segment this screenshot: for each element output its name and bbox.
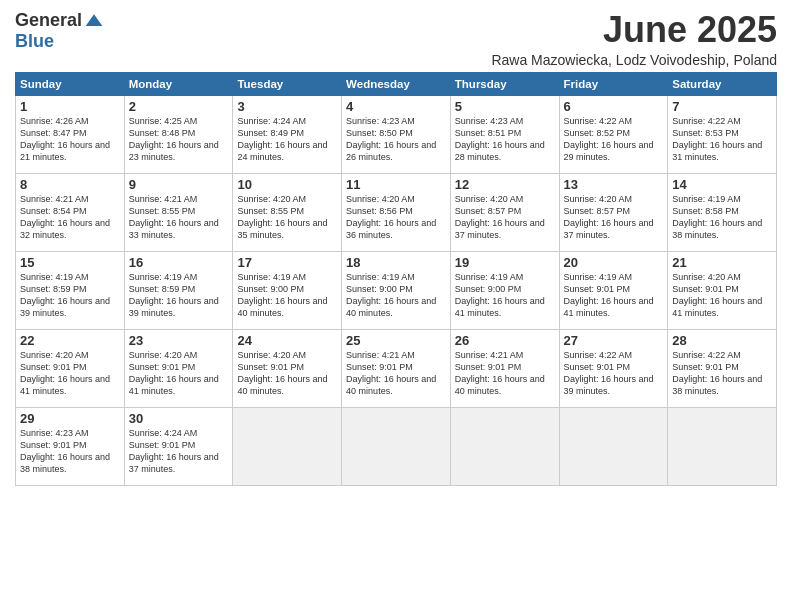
day-info: Sunrise: 4:20 AM Sunset: 9:01 PM Dayligh…	[672, 271, 772, 320]
day-number: 23	[129, 333, 229, 348]
day-number: 27	[564, 333, 664, 348]
day-info: Sunrise: 4:19 AM Sunset: 8:59 PM Dayligh…	[20, 271, 120, 320]
day-info: Sunrise: 4:21 AM Sunset: 9:01 PM Dayligh…	[346, 349, 446, 398]
calendar-table: Sunday Monday Tuesday Wednesday Thursday…	[15, 72, 777, 486]
day-number: 20	[564, 255, 664, 270]
title-section: June 2025 Rawa Mazowiecka, Lodz Voivodes…	[491, 10, 777, 68]
page: General Blue June 2025 Rawa Mazowiecka, …	[0, 0, 792, 612]
day-number: 1	[20, 99, 120, 114]
day-number: 22	[20, 333, 120, 348]
logo-blue-text: Blue	[15, 31, 54, 52]
table-row: 16 Sunrise: 4:19 AM Sunset: 8:59 PM Dayl…	[124, 251, 233, 329]
table-row	[450, 407, 559, 485]
day-info: Sunrise: 4:23 AM Sunset: 8:51 PM Dayligh…	[455, 115, 555, 164]
col-thursday: Thursday	[450, 72, 559, 95]
day-info: Sunrise: 4:19 AM Sunset: 8:58 PM Dayligh…	[672, 193, 772, 242]
table-row	[559, 407, 668, 485]
day-number: 12	[455, 177, 555, 192]
day-info: Sunrise: 4:24 AM Sunset: 8:49 PM Dayligh…	[237, 115, 337, 164]
day-info: Sunrise: 4:20 AM Sunset: 8:55 PM Dayligh…	[237, 193, 337, 242]
col-tuesday: Tuesday	[233, 72, 342, 95]
table-row: 25 Sunrise: 4:21 AM Sunset: 9:01 PM Dayl…	[342, 329, 451, 407]
table-row: 5 Sunrise: 4:23 AM Sunset: 8:51 PM Dayli…	[450, 95, 559, 173]
day-info: Sunrise: 4:25 AM Sunset: 8:48 PM Dayligh…	[129, 115, 229, 164]
table-row: 1 Sunrise: 4:26 AM Sunset: 8:47 PM Dayli…	[16, 95, 125, 173]
table-row: 9 Sunrise: 4:21 AM Sunset: 8:55 PM Dayli…	[124, 173, 233, 251]
day-number: 2	[129, 99, 229, 114]
calendar-week-row: 8 Sunrise: 4:21 AM Sunset: 8:54 PM Dayli…	[16, 173, 777, 251]
day-number: 7	[672, 99, 772, 114]
day-info: Sunrise: 4:20 AM Sunset: 9:01 PM Dayligh…	[129, 349, 229, 398]
day-info: Sunrise: 4:20 AM Sunset: 8:57 PM Dayligh…	[455, 193, 555, 242]
header: General Blue June 2025 Rawa Mazowiecka, …	[15, 10, 777, 68]
table-row: 18 Sunrise: 4:19 AM Sunset: 9:00 PM Dayl…	[342, 251, 451, 329]
day-info: Sunrise: 4:21 AM Sunset: 8:54 PM Dayligh…	[20, 193, 120, 242]
table-row: 6 Sunrise: 4:22 AM Sunset: 8:52 PM Dayli…	[559, 95, 668, 173]
table-row: 22 Sunrise: 4:20 AM Sunset: 9:01 PM Dayl…	[16, 329, 125, 407]
table-row: 26 Sunrise: 4:21 AM Sunset: 9:01 PM Dayl…	[450, 329, 559, 407]
day-number: 8	[20, 177, 120, 192]
table-row: 29 Sunrise: 4:23 AM Sunset: 9:01 PM Dayl…	[16, 407, 125, 485]
table-row: 15 Sunrise: 4:19 AM Sunset: 8:59 PM Dayl…	[16, 251, 125, 329]
table-row: 2 Sunrise: 4:25 AM Sunset: 8:48 PM Dayli…	[124, 95, 233, 173]
day-info: Sunrise: 4:24 AM Sunset: 9:01 PM Dayligh…	[129, 427, 229, 476]
table-row	[342, 407, 451, 485]
calendar-week-row: 29 Sunrise: 4:23 AM Sunset: 9:01 PM Dayl…	[16, 407, 777, 485]
table-row: 21 Sunrise: 4:20 AM Sunset: 9:01 PM Dayl…	[668, 251, 777, 329]
day-number: 25	[346, 333, 446, 348]
day-info: Sunrise: 4:20 AM Sunset: 9:01 PM Dayligh…	[20, 349, 120, 398]
table-row: 11 Sunrise: 4:20 AM Sunset: 8:56 PM Dayl…	[342, 173, 451, 251]
day-number: 9	[129, 177, 229, 192]
day-number: 29	[20, 411, 120, 426]
day-number: 15	[20, 255, 120, 270]
month-title: June 2025	[491, 10, 777, 50]
table-row: 27 Sunrise: 4:22 AM Sunset: 9:01 PM Dayl…	[559, 329, 668, 407]
col-friday: Friday	[559, 72, 668, 95]
col-wednesday: Wednesday	[342, 72, 451, 95]
day-info: Sunrise: 4:19 AM Sunset: 9:00 PM Dayligh…	[346, 271, 446, 320]
logo-general-text: General	[15, 10, 82, 31]
day-number: 21	[672, 255, 772, 270]
day-info: Sunrise: 4:19 AM Sunset: 9:01 PM Dayligh…	[564, 271, 664, 320]
day-info: Sunrise: 4:20 AM Sunset: 8:57 PM Dayligh…	[564, 193, 664, 242]
header-row: Sunday Monday Tuesday Wednesday Thursday…	[16, 72, 777, 95]
day-info: Sunrise: 4:21 AM Sunset: 9:01 PM Dayligh…	[455, 349, 555, 398]
table-row: 17 Sunrise: 4:19 AM Sunset: 9:00 PM Dayl…	[233, 251, 342, 329]
day-number: 28	[672, 333, 772, 348]
day-info: Sunrise: 4:23 AM Sunset: 9:01 PM Dayligh…	[20, 427, 120, 476]
day-number: 16	[129, 255, 229, 270]
table-row	[668, 407, 777, 485]
day-number: 6	[564, 99, 664, 114]
logo-icon	[84, 11, 104, 31]
day-number: 26	[455, 333, 555, 348]
day-number: 4	[346, 99, 446, 114]
table-row: 8 Sunrise: 4:21 AM Sunset: 8:54 PM Dayli…	[16, 173, 125, 251]
table-row: 30 Sunrise: 4:24 AM Sunset: 9:01 PM Dayl…	[124, 407, 233, 485]
table-row: 7 Sunrise: 4:22 AM Sunset: 8:53 PM Dayli…	[668, 95, 777, 173]
location-subtitle: Rawa Mazowiecka, Lodz Voivodeship, Polan…	[491, 52, 777, 68]
table-row: 13 Sunrise: 4:20 AM Sunset: 8:57 PM Dayl…	[559, 173, 668, 251]
col-sunday: Sunday	[16, 72, 125, 95]
col-monday: Monday	[124, 72, 233, 95]
table-row: 10 Sunrise: 4:20 AM Sunset: 8:55 PM Dayl…	[233, 173, 342, 251]
table-row: 20 Sunrise: 4:19 AM Sunset: 9:01 PM Dayl…	[559, 251, 668, 329]
day-info: Sunrise: 4:23 AM Sunset: 8:50 PM Dayligh…	[346, 115, 446, 164]
table-row: 23 Sunrise: 4:20 AM Sunset: 9:01 PM Dayl…	[124, 329, 233, 407]
calendar-week-row: 15 Sunrise: 4:19 AM Sunset: 8:59 PM Dayl…	[16, 251, 777, 329]
day-number: 18	[346, 255, 446, 270]
day-info: Sunrise: 4:21 AM Sunset: 8:55 PM Dayligh…	[129, 193, 229, 242]
col-saturday: Saturday	[668, 72, 777, 95]
day-number: 19	[455, 255, 555, 270]
day-number: 5	[455, 99, 555, 114]
table-row: 19 Sunrise: 4:19 AM Sunset: 9:00 PM Dayl…	[450, 251, 559, 329]
day-info: Sunrise: 4:19 AM Sunset: 8:59 PM Dayligh…	[129, 271, 229, 320]
day-number: 30	[129, 411, 229, 426]
day-number: 11	[346, 177, 446, 192]
day-info: Sunrise: 4:22 AM Sunset: 8:53 PM Dayligh…	[672, 115, 772, 164]
table-row: 4 Sunrise: 4:23 AM Sunset: 8:50 PM Dayli…	[342, 95, 451, 173]
day-info: Sunrise: 4:26 AM Sunset: 8:47 PM Dayligh…	[20, 115, 120, 164]
day-info: Sunrise: 4:22 AM Sunset: 9:01 PM Dayligh…	[564, 349, 664, 398]
day-info: Sunrise: 4:20 AM Sunset: 8:56 PM Dayligh…	[346, 193, 446, 242]
logo: General Blue	[15, 10, 104, 52]
day-info: Sunrise: 4:22 AM Sunset: 9:01 PM Dayligh…	[672, 349, 772, 398]
